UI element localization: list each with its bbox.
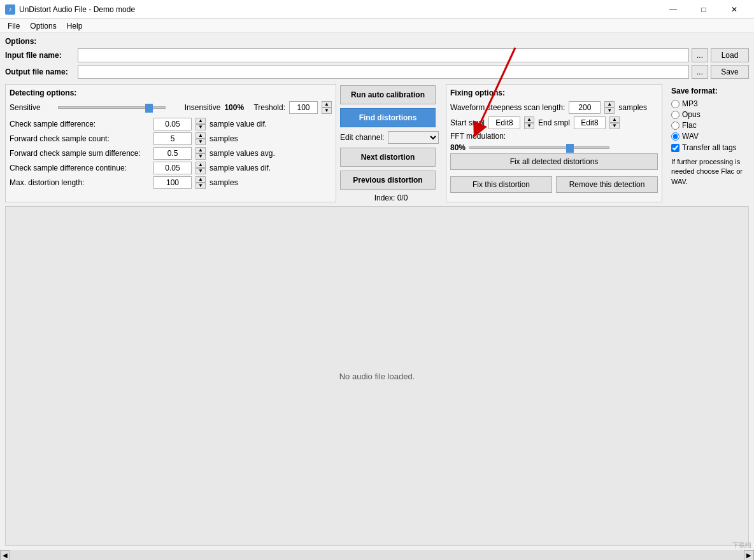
scroll-right-button[interactable]: ▶ [744, 550, 754, 561]
input-file-field[interactable] [78, 48, 689, 62]
middle-panel: Run auto calibration Find distortions Ed… [340, 84, 442, 202]
close-button[interactable]: ✕ [720, 0, 749, 19]
check-sample-continue-input[interactable] [153, 162, 192, 174]
forward-check-count-up[interactable]: ▲ [196, 132, 206, 139]
threshold-input[interactable] [289, 101, 318, 114]
waveform-steepness-input[interactable] [569, 101, 601, 114]
opus-radio[interactable] [671, 111, 679, 119]
forward-check-sum-label: Forward check sample sum difference: [10, 149, 150, 158]
wav-radio[interactable] [671, 132, 679, 141]
fix-all-distortions-button[interactable]: Fix all detected distortions [450, 153, 658, 170]
max-distortion-input[interactable] [153, 176, 192, 189]
max-distortion-spinner: ▲ ▼ [196, 176, 206, 189]
check-sample-diff-input[interactable] [153, 118, 192, 130]
fixing-options-title: Fixing options: [450, 88, 658, 97]
menu-bar: File Options Help [0, 19, 754, 33]
max-distortion-down[interactable]: ▼ [196, 183, 206, 189]
wav-label[interactable]: WAV [682, 132, 699, 141]
flac-label[interactable]: Flac [682, 121, 697, 130]
forward-check-sum-down[interactable]: ▼ [196, 153, 206, 160]
fft-slider-row: 80% [450, 143, 658, 152]
flac-radio-row: Flac [671, 121, 750, 130]
input-file-browse-button[interactable]: ... [692, 48, 708, 62]
sensitive-label: Sensitive [10, 103, 54, 112]
max-distortion-unit: samples [210, 178, 238, 187]
scroll-track[interactable] [10, 551, 744, 560]
check-sample-diff-down[interactable]: ▼ [196, 124, 206, 130]
fix-this-distortion-button[interactable]: Fix this distortion [450, 176, 552, 193]
next-distortion-button[interactable]: Next distortion [340, 148, 436, 167]
check-sample-continue-unit: sample values dif. [210, 164, 271, 172]
wav-radio-row: WAV [671, 132, 750, 141]
sensitivity-track [58, 106, 166, 109]
check-sample-diff-up[interactable]: ▲ [196, 118, 206, 124]
fft-slider-thumb[interactable] [566, 144, 574, 153]
output-file-browse-button[interactable]: ... [692, 65, 708, 79]
minimize-button[interactable]: — [658, 0, 688, 19]
threshold-down-button[interactable]: ▼ [322, 108, 332, 114]
end-smpl-down[interactable]: ▼ [609, 123, 620, 129]
find-distortions-button[interactable]: Find distortions [340, 108, 436, 127]
remove-detection-button[interactable]: Remove this detection [556, 176, 658, 193]
menu-item-help[interactable]: Help [62, 20, 88, 32]
transfer-tags-label[interactable]: Transfer all tags [682, 143, 737, 152]
start-smpl-up[interactable]: ▲ [524, 116, 534, 123]
max-distortion-label: Max. distortion length: [10, 178, 150, 187]
check-sample-continue-row: Check sample difference continue: ▲ ▼ sa… [10, 162, 332, 174]
waveform-steepness-label: Waveform steepness scan length: [450, 103, 565, 112]
forward-check-sum-spinner: ▲ ▼ [196, 147, 206, 160]
load-button[interactable]: Load [711, 48, 749, 62]
check-sample-continue-down[interactable]: ▼ [196, 168, 206, 174]
max-distortion-up[interactable]: ▲ [196, 176, 206, 183]
menu-item-options[interactable]: Options [25, 20, 61, 32]
forward-check-count-row: Forward check sample count: ▲ ▼ samples [10, 132, 332, 145]
end-smpl-up[interactable]: ▲ [609, 116, 620, 123]
fft-modulation-label-row: FFT modulation: [450, 132, 658, 141]
start-smpl-down[interactable]: ▼ [524, 123, 534, 129]
fft-slider-track [469, 146, 609, 149]
horizontal-scrollbar: ◀ ▶ [0, 550, 754, 560]
previous-distortion-button[interactable]: Previous distortion [340, 171, 436, 190]
transfer-tags-checkbox[interactable] [671, 144, 679, 152]
scroll-left-button[interactable]: ◀ [0, 550, 10, 561]
save-format-title: Save format: [671, 87, 750, 95]
fix-buttons-row: Fix this distortion Remove this detectio… [450, 176, 658, 193]
forward-check-count-down[interactable]: ▼ [196, 139, 206, 145]
forward-check-count-input[interactable] [153, 132, 192, 145]
threshold-spinner: ▲ ▼ [322, 101, 332, 114]
forward-check-sum-input[interactable] [153, 147, 192, 160]
menu-item-file[interactable]: File [3, 20, 25, 32]
input-file-label: Input file name: [5, 51, 75, 60]
check-sample-diff-unit: sample value dif. [210, 120, 267, 129]
fft-modulation-label: FFT modulation: [450, 132, 506, 141]
maximize-button[interactable]: □ [689, 0, 718, 19]
start-smpl-spinner: ▲ ▼ [524, 116, 534, 129]
title-bar-text: UnDistort Audio File - Demo mode [19, 5, 658, 14]
waveform-steepness-down[interactable]: ▼ [604, 108, 615, 114]
waveform-steepness-row: Waveform steepness scan length: ▲ ▼ samp… [450, 101, 658, 114]
main-content: Options: Input file name: ... Load Outpu… [0, 33, 754, 550]
check-sample-continue-up[interactable]: ▲ [196, 162, 206, 168]
output-file-field[interactable] [78, 65, 689, 79]
end-smpl-input[interactable] [574, 116, 606, 129]
mp3-label[interactable]: MP3 [682, 99, 698, 108]
edit-channel-select[interactable] [388, 131, 439, 144]
run-auto-calibration-button[interactable]: Run auto calibration [340, 85, 436, 104]
waveform-steepness-spinner: ▲ ▼ [604, 101, 615, 114]
detecting-options-title: Detecting options: [10, 88, 332, 97]
opus-label[interactable]: Opus [682, 110, 701, 119]
sensitivity-thumb[interactable] [145, 104, 153, 113]
waveform-steepness-up[interactable]: ▲ [604, 101, 615, 108]
panels-row: Detecting options: Sensitive Insensitive… [5, 84, 749, 202]
check-sample-continue-spinner: ▲ ▼ [196, 162, 206, 174]
forward-check-count-unit: samples [210, 134, 238, 143]
forward-check-sum-up[interactable]: ▲ [196, 147, 206, 153]
start-end-smpl-row: Start smpl ▲ ▼ End smpl ▲ ▼ [450, 116, 658, 129]
sensitivity-slider-row: Sensitive Insensitive 100% Treshold: ▲ ▼ [10, 101, 332, 114]
start-smpl-input[interactable] [488, 116, 520, 129]
forward-check-sum-row: Forward check sample sum difference: ▲ ▼… [10, 147, 332, 160]
save-button[interactable]: Save [711, 65, 749, 79]
threshold-up-button[interactable]: ▲ [322, 101, 332, 108]
flac-radio[interactable] [671, 122, 679, 130]
mp3-radio[interactable] [671, 100, 679, 108]
